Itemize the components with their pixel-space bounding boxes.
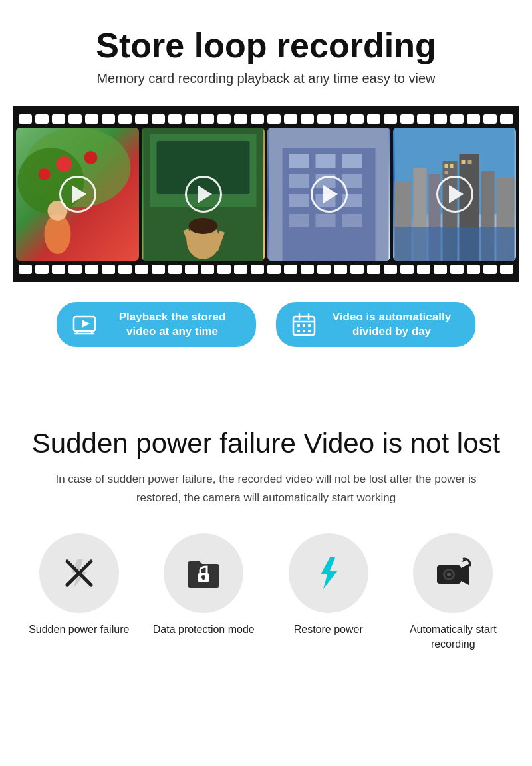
perf	[417, 265, 430, 274]
film-perforations-bottom	[13, 265, 519, 274]
perf	[483, 114, 497, 124]
film-frame-2[interactable]	[142, 128, 265, 261]
svg-rect-53	[203, 577, 205, 580]
icon-item-power-failure: Sudden power failure	[27, 533, 132, 652]
perf	[152, 265, 165, 274]
play-button-4[interactable]	[436, 176, 473, 213]
icon-circle-auto-recording	[413, 533, 493, 613]
icon-label-restore-power: Restore power	[294, 622, 363, 637]
icon-circle-data-protection	[164, 533, 243, 613]
perf	[35, 265, 49, 274]
play-icon-3	[323, 185, 338, 203]
svg-rect-49	[303, 330, 305, 332]
section-loop: Store loop recording Memory card recordi…	[0, 0, 532, 374]
svg-rect-40	[468, 160, 472, 164]
play-icon-4	[449, 185, 464, 203]
svg-point-3	[84, 151, 98, 164]
svg-point-57	[447, 573, 451, 576]
perf	[301, 265, 314, 274]
film-frame-1[interactable]	[16, 128, 139, 261]
perf	[102, 114, 115, 124]
perf	[118, 114, 132, 124]
badge-auto-divide-text: Video is automatically divided by day	[324, 310, 460, 339]
svg-rect-27	[342, 214, 362, 227]
film-frame-4[interactable]	[393, 128, 516, 261]
perf	[68, 265, 82, 274]
perf	[467, 114, 480, 124]
svg-marker-43	[82, 320, 90, 328]
perf	[118, 265, 132, 274]
film-images	[13, 128, 519, 261]
perf	[185, 265, 198, 274]
perf	[152, 114, 165, 124]
perf	[384, 114, 397, 124]
perf	[350, 114, 364, 124]
perf	[334, 265, 347, 274]
perf	[135, 265, 148, 274]
svg-rect-50	[308, 330, 311, 332]
icon-label-power-failure: Sudden power failure	[29, 622, 129, 637]
film-perforations-top	[13, 114, 519, 124]
perf	[135, 114, 148, 124]
badge-auto-divide: Video is automatically divided by day	[276, 302, 475, 347]
perf	[384, 265, 397, 274]
perf	[284, 265, 297, 274]
svg-rect-17	[316, 154, 336, 168]
svg-rect-36	[445, 164, 448, 168]
perf	[284, 114, 297, 124]
play-button-3[interactable]	[311, 176, 348, 213]
perf	[52, 114, 65, 124]
svg-point-4	[39, 168, 51, 180]
sub-title: Memory card recording playback at any ti…	[13, 71, 519, 86]
perf	[434, 265, 447, 274]
svg-rect-22	[289, 194, 309, 207]
svg-rect-41	[395, 227, 515, 261]
perf	[251, 114, 264, 124]
perf	[450, 265, 464, 274]
play-button-1[interactable]	[59, 176, 96, 213]
svg-rect-26	[316, 214, 336, 227]
section-power: Sudden power failure Video is not lost I…	[0, 414, 532, 678]
svg-rect-25	[289, 214, 309, 227]
perf	[251, 265, 264, 274]
perf	[217, 265, 231, 274]
power-desc: In case of sudden power failure, the rec…	[40, 470, 492, 506]
perf	[367, 114, 380, 124]
perf	[102, 265, 115, 274]
perf	[19, 265, 32, 274]
play-button-2[interactable]	[185, 176, 222, 213]
calendar-icon	[292, 313, 316, 336]
play-icon-2	[198, 185, 212, 203]
perf	[201, 265, 214, 274]
perf	[301, 114, 314, 124]
svg-rect-48	[297, 330, 300, 332]
perf	[483, 265, 497, 274]
perf	[267, 114, 281, 124]
film-frame-3[interactable]	[267, 128, 390, 261]
svg-point-11	[189, 218, 218, 234]
perf	[85, 265, 98, 274]
svg-rect-46	[303, 324, 305, 327]
perf	[400, 114, 414, 124]
film-strip	[13, 106, 519, 282]
icon-circle-power-failure	[39, 533, 119, 613]
perf	[350, 265, 364, 274]
perf	[400, 265, 414, 274]
svg-rect-16	[289, 154, 309, 168]
perf	[68, 114, 82, 124]
perf	[201, 114, 214, 124]
perf	[52, 265, 65, 274]
perf	[467, 265, 480, 274]
section-divider	[27, 394, 505, 394]
perf	[317, 114, 331, 124]
svg-rect-39	[462, 160, 466, 164]
icon-circle-restore-power	[289, 533, 368, 613]
icon-item-restore-power: Restore power	[276, 533, 381, 652]
perf	[185, 114, 198, 124]
perf	[85, 114, 98, 124]
svg-rect-19	[289, 174, 309, 188]
play-icon-1	[72, 185, 86, 203]
svg-rect-37	[450, 164, 454, 168]
perf	[217, 114, 231, 124]
svg-rect-38	[445, 171, 448, 174]
